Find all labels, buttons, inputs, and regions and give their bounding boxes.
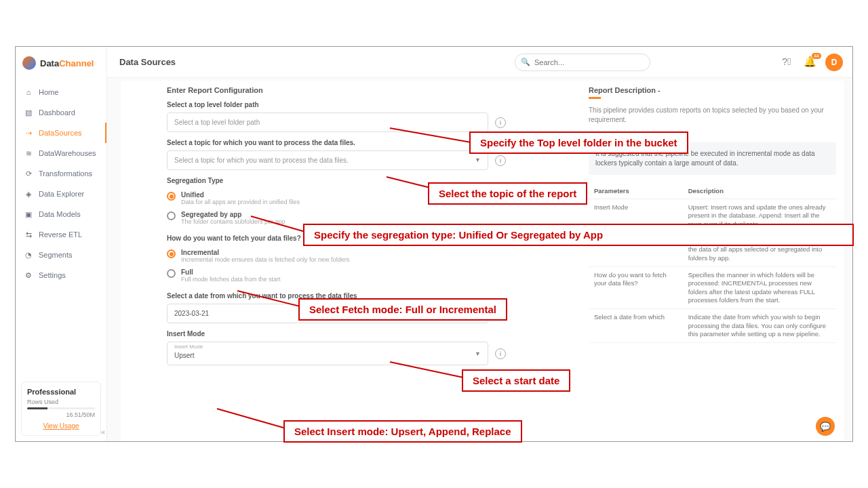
notification-badge: 44 <box>812 53 821 59</box>
datasources-icon: ⇢ <box>24 128 33 138</box>
topic-placeholder: Select a topic for which you want to pro… <box>174 157 349 164</box>
sidebar-item-datawarehouses[interactable]: ≋DataWarehouses <box>16 143 106 163</box>
sidebar-item-label: Reverse ETL <box>39 230 82 239</box>
plan-rows-label: Rows Used <box>27 399 95 405</box>
page-header: Data Sources 🔍 ?⃝ 🔔44 D <box>107 47 852 78</box>
date-value: 2023-03-21 <box>174 310 209 317</box>
gear-icon: ⚙ <box>24 270 33 280</box>
desc-text: This pipeline provides custom reports on… <box>589 106 836 125</box>
view-usage-link[interactable]: View Usage <box>27 422 95 430</box>
radio-label: Incremental <box>181 249 349 256</box>
sidebar-item-dashboard[interactable]: ▧Dashboard <box>16 102 106 123</box>
sidebar-item-settings[interactable]: ⚙Settings <box>16 265 106 285</box>
sidebar-item-label: Home <box>39 88 58 96</box>
topic-select[interactable]: Select a topic for which you want to pro… <box>167 150 488 170</box>
plan-progress <box>27 407 95 409</box>
bell-icon[interactable]: 🔔44 <box>804 56 817 69</box>
chevron-down-icon: ▼ <box>475 350 481 357</box>
insert-value: Upsert <box>174 352 194 359</box>
folder-label: Select a top level folder path <box>167 101 506 108</box>
sidebar-item-label: Transformations <box>39 169 92 178</box>
radio-desc: Incremental mode ensures data is fetched… <box>181 256 349 263</box>
segments-icon: ◔ <box>24 250 33 260</box>
callout-fetch: Select Fetch mode: Full or Incremental <box>298 298 507 321</box>
plan-card: Professsional Rows Used 16.51/50M View U… <box>21 382 101 436</box>
table-row: How do you want to fetch your data files… <box>589 267 836 309</box>
table-row: Select a date from whichIndicate the dat… <box>589 309 836 343</box>
sidebar-item-segments[interactable]: ◔Segments <box>16 245 106 265</box>
radio-icon <box>167 269 176 278</box>
radio-icon <box>167 192 176 201</box>
sidebar: DataChannel ⌂Home ▧Dashboard ⇢DataSource… <box>16 47 107 441</box>
chevron-down-icon: ▼ <box>475 157 481 163</box>
table-header-desc: Description <box>683 183 836 199</box>
parameters-table: Parameters Description Insert ModeUpsert… <box>589 183 836 343</box>
sidebar-item-label: Data Models <box>39 210 81 218</box>
chat-button[interactable]: 💬 <box>816 417 835 436</box>
radio-incremental[interactable]: IncrementalIncremental mode ensures data… <box>167 246 506 266</box>
folder-path-input[interactable]: Select a top level folder path <box>167 113 488 132</box>
insert-tiny-label: Insert Mode <box>174 344 203 350</box>
radio-icon <box>167 211 176 220</box>
radio-label: Segregated by app <box>181 211 285 218</box>
sidebar-item-label: Dashboard <box>39 108 75 117</box>
home-icon: ⌂ <box>24 87 33 97</box>
sidebar-item-label: Data Explorer <box>39 190 84 198</box>
insert-label: Insert Mode <box>167 330 506 338</box>
sidebar-item-transformations[interactable]: ⟳Transformations <box>16 163 106 184</box>
sidebar-item-label: DataSources <box>39 129 82 137</box>
callout-insert: Select Insert mode: Upsert, Append, Repl… <box>283 420 522 443</box>
sidebar-item-label: Settings <box>39 271 66 279</box>
brand-logo[interactable]: DataChannel <box>16 56 106 82</box>
sidebar-item-home[interactable]: ⌂Home <box>16 82 106 102</box>
plan-usage: 16.51/50M <box>27 411 95 418</box>
reverseetl-icon: ⇆ <box>24 230 33 239</box>
models-icon: ▣ <box>24 209 33 219</box>
callout-date: Select a start date <box>462 369 570 392</box>
sidebar-item-datasources[interactable]: ⇢DataSources <box>16 123 106 143</box>
table-header-param: Parameters <box>589 183 683 199</box>
radio-label: Full <box>181 268 281 276</box>
insert-mode-select[interactable]: Insert Mode Upsert ▼ <box>167 342 488 365</box>
brand-text-1: Data <box>40 58 59 68</box>
dashboard-icon: ▧ <box>24 108 33 117</box>
callout-folder: Specify the Top level folder in the buck… <box>469 131 688 154</box>
brand-text-2: Channel <box>59 58 94 68</box>
plan-name: Professsional <box>27 388 95 396</box>
transform-icon: ⟳ <box>24 169 33 178</box>
sidebar-item-label: Segments <box>39 251 73 259</box>
form-heading: Enter Report Configuration <box>167 86 506 94</box>
avatar[interactable]: D <box>825 54 843 71</box>
search-icon: 🔍 <box>521 58 530 66</box>
collapse-sidebar-icon[interactable]: « <box>101 428 112 439</box>
desc-title: Report Description - <box>589 86 836 99</box>
sidebar-item-reverseetl[interactable]: ⇆Reverse ETL <box>16 224 106 245</box>
radio-label: Unified <box>181 191 300 199</box>
description-column: Report Description - This pipeline provi… <box>589 86 836 343</box>
sidebar-item-dataexplorer[interactable]: ◈Data Explorer <box>16 184 106 204</box>
search-input[interactable] <box>515 54 650 71</box>
radio-desc: Data for all apps are provided in unifie… <box>181 199 300 205</box>
radio-full[interactable]: FullFull mode fetches data from the star… <box>167 266 506 285</box>
page-title: Data Sources <box>119 57 176 67</box>
sidebar-item-label: DataWarehouses <box>39 149 96 157</box>
fetch-radio-group: IncrementalIncremental mode ensures data… <box>167 246 506 285</box>
warehouse-icon: ≋ <box>24 148 33 158</box>
callout-topic: Select the topic of the report <box>428 182 587 205</box>
info-icon[interactable]: i <box>495 348 506 359</box>
sidebar-item-datamodels[interactable]: ▣Data Models <box>16 204 106 224</box>
info-icon[interactable]: i <box>495 155 506 166</box>
radio-icon <box>167 249 176 258</box>
search-box: 🔍 <box>515 54 650 71</box>
logo-icon <box>22 56 36 70</box>
explorer-icon: ◈ <box>24 189 33 199</box>
callout-seg: Specify the segregation type: Unified Or… <box>303 224 854 246</box>
help-icon[interactable]: ?⃝ <box>782 56 795 69</box>
radio-desc: Full mode fetches data from the start <box>181 276 281 283</box>
info-icon[interactable]: i <box>495 117 506 128</box>
